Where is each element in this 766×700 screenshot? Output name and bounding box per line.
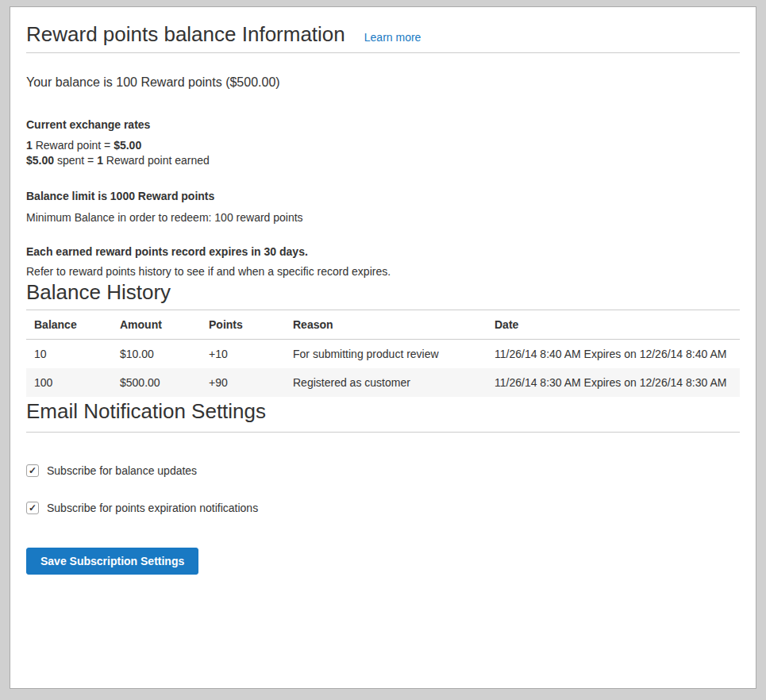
expiry-note-text: Refer to reward points history to see if…	[26, 265, 740, 278]
title-divider	[26, 52, 740, 53]
cell-reason: Registered as customer	[285, 368, 487, 397]
balance-updates-checkbox[interactable]: ✓	[26, 464, 39, 477]
email-settings-divider	[26, 432, 740, 433]
table-header-row: Balance Amount Points Reason Date	[26, 310, 740, 340]
table-row: 100 $500.00 +90 Registered as customer 1…	[26, 368, 740, 397]
points-expiration-label[interactable]: Subscribe for points expiration notifica…	[47, 502, 258, 514]
cell-reason: For submitting product review	[285, 340, 487, 369]
table-row: 10 $10.00 +10 For submitting product rev…	[26, 340, 740, 369]
balance-history-heading: Balance History	[26, 278, 740, 306]
column-header-amount: Amount	[112, 310, 201, 340]
cell-date: 11/26/14 8:40 AM Expires on 12/26/14 8:4…	[487, 340, 740, 369]
cell-points: +10	[201, 340, 285, 369]
balance-summary: Your balance is 100 Reward points ($500.…	[26, 75, 740, 90]
balance-updates-label[interactable]: Subscribe for balance updates	[47, 464, 197, 477]
expiry-rule-text: Each earned reward points record expires…	[26, 245, 740, 258]
page-title-row: Reward points balance Information Learn …	[26, 20, 740, 48]
exchange-rates-lines: 1 Reward point = $5.00 $5.00 spent = 1 R…	[26, 138, 740, 168]
cell-points: +90	[201, 368, 285, 397]
balance-updates-option: ✓ Subscribe for balance updates	[26, 464, 740, 477]
email-settings-heading: Email Notification Settings	[26, 397, 740, 425]
minimum-balance-text: Minimum Balance in order to redeem: 100 …	[26, 211, 740, 224]
points-expiration-option: ✓ Subscribe for points expiration notifi…	[26, 502, 740, 514]
exchange-rate-line-1: 1 Reward point = $5.00	[26, 138, 740, 153]
balance-history-table: Balance Amount Points Reason Date 10 $10…	[26, 310, 740, 397]
cell-balance: 100	[26, 368, 112, 397]
column-header-reason: Reason	[285, 310, 487, 340]
checkmark-icon: ✓	[29, 503, 37, 513]
checkmark-icon: ✓	[29, 466, 37, 475]
cell-balance: 10	[26, 340, 112, 369]
cell-amount: $10.00	[112, 340, 201, 369]
column-header-balance: Balance	[26, 310, 112, 340]
page-title: Reward points balance Information	[26, 20, 345, 48]
column-header-points: Points	[201, 310, 285, 340]
learn-more-link[interactable]: Learn more	[364, 31, 421, 44]
balance-limit-text: Balance limit is 1000 Reward points	[26, 190, 740, 202]
cell-date: 11/26/14 8:30 AM Expires on 12/26/14 8:3…	[487, 368, 740, 397]
reward-points-card: Reward points balance Information Learn …	[10, 6, 756, 689]
cell-amount: $500.00	[112, 368, 201, 397]
points-expiration-checkbox[interactable]: ✓	[26, 502, 39, 514]
exchange-rate-line-2: $5.00 spent = 1 Reward point earned	[26, 153, 740, 168]
save-subscription-settings-button[interactable]: Save Subscription Settings	[26, 548, 198, 575]
exchange-rates-heading: Current exchange rates	[26, 118, 740, 131]
column-header-date: Date	[487, 310, 740, 340]
